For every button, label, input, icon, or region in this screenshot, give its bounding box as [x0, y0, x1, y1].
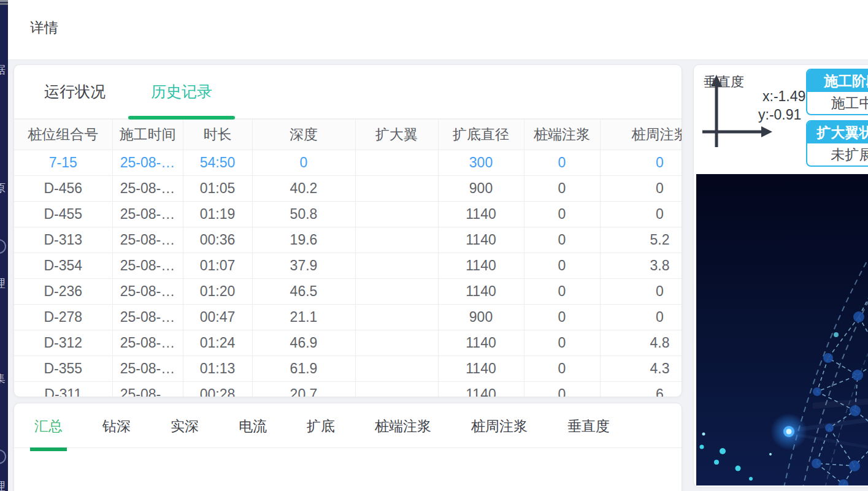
background-app-sidebar: 据 原 理 集 理: [0, 0, 8, 491]
table-cell: 0: [524, 381, 600, 397]
sidebar-menu-glyph: 原: [0, 182, 8, 194]
table-cell: 1140: [438, 356, 524, 381]
table-cell: 1140: [438, 330, 524, 356]
column-header: 桩端注浆: [524, 120, 600, 150]
tab-drill-depth[interactable]: 钻深: [98, 412, 135, 447]
table-cell: 0: [600, 304, 682, 330]
table-cell: 01:19: [183, 201, 252, 227]
wing-status-value: 未扩展: [807, 143, 868, 166]
table-row[interactable]: D-31125-08-…00:2820.7114006: [14, 381, 682, 397]
table-cell: D-456: [14, 175, 112, 201]
table-cell: 6: [600, 381, 682, 397]
table-cell: 01:24: [183, 330, 252, 356]
table-cell: 25-08-…: [112, 227, 183, 253]
table-cell: 4.8: [600, 330, 682, 356]
sidebar-menu-icon: [0, 239, 6, 254]
verticality-x-value: x:-1.49: [762, 88, 805, 105]
tab-current[interactable]: 电流: [234, 412, 271, 447]
table-cell: 1140: [438, 381, 524, 397]
table-cell: [355, 381, 438, 397]
chart-card: 汇总钻深实深电流扩底桩端注浆桩周注浆垂直度: [13, 403, 682, 491]
table-cell: 00:28: [183, 381, 252, 397]
dialog-title: 详情: [30, 18, 58, 37]
table-cell: 900: [438, 175, 524, 201]
table-row[interactable]: D-31325-08-…00:3619.6114005.2: [14, 227, 682, 253]
column-header: 桩周注浆: [600, 120, 682, 150]
table-cell: D-312: [14, 330, 112, 356]
table-cell: 0: [252, 150, 355, 175]
table-row[interactable]: 7-1525-08-…54:50030000: [14, 150, 682, 175]
table-cell: 0: [524, 201, 600, 227]
table-row[interactable]: D-31225-08-…01:2446.9114004.8: [14, 330, 682, 356]
table-cell: 25-08-…: [112, 330, 183, 356]
table-cell: 0: [600, 175, 682, 201]
dialog-header: 详情: [8, 0, 868, 59]
table-cell: 54:50: [183, 150, 252, 175]
table-cell: 00:47: [183, 304, 252, 330]
table-cell: [355, 356, 438, 381]
table-cell: 46.5: [252, 278, 355, 304]
table-cell: 50.8: [252, 201, 355, 227]
column-header: 桩位组合号: [14, 120, 112, 150]
history-card: 运行状况历史记录 桩位组合号施工时间时长深度扩大翼扩底直径桩端注浆桩周注浆 7-…: [13, 64, 682, 397]
table-cell: 21.1: [252, 304, 355, 330]
network-decoration: [696, 174, 868, 485]
table-cell: 1140: [438, 201, 524, 227]
main-tab-bar: 运行状况历史记录: [14, 65, 682, 120]
tab-bottom-expansion[interactable]: 扩底: [302, 412, 339, 447]
table-row[interactable]: D-45625-08-…01:0540.290000: [14, 175, 682, 201]
table-cell: [355, 150, 438, 175]
table-cell: 3.8: [600, 253, 682, 278]
table-cell: 0: [524, 356, 600, 381]
table-cell: 0: [524, 253, 600, 278]
table-cell: D-311: [14, 381, 112, 397]
table-cell: D-236: [14, 278, 112, 304]
table-cell: 900: [438, 304, 524, 330]
table-cell: 25-08-…: [112, 150, 183, 175]
tab-pile-end-grouting[interactable]: 桩端注浆: [371, 412, 436, 447]
table-cell: 0: [524, 227, 600, 253]
table-cell: 25-08-…: [112, 253, 183, 278]
table-cell: 0: [600, 278, 682, 304]
pile-visualization-panel: [696, 174, 868, 485]
table-cell: 25-08-…: [112, 356, 183, 381]
table-cell: 01:20: [183, 278, 252, 304]
wing-status-box: 扩大翼状态 未扩展: [806, 120, 868, 167]
column-header: 施工时间: [112, 120, 183, 150]
chart-tab-bar: 汇总钻深实深电流扩底桩端注浆桩周注浆垂直度: [14, 403, 682, 448]
table-row[interactable]: D-35525-08-…01:1361.9114004.3: [14, 356, 682, 381]
table-cell: 20.7: [252, 381, 355, 397]
verticality-card: 垂直度 x:-1.49 y:-0.91 施工阶段 施工中 扩大翼状态 未扩展: [693, 64, 868, 487]
verticality-y-value: y:-0.91: [758, 107, 801, 123]
table-cell: [355, 201, 438, 227]
table-cell: [355, 330, 438, 356]
construction-stage-box: 施工阶段 施工中: [806, 69, 868, 115]
tab-pile-side-grouting[interactable]: 桩周注浆: [467, 412, 532, 447]
table-cell: 25-08-…: [112, 381, 183, 397]
table-row[interactable]: D-23625-08-…01:2046.5114000: [14, 278, 682, 304]
tab-actual-depth[interactable]: 实深: [166, 412, 203, 447]
table-row[interactable]: D-35425-08-…01:0737.9114003.8: [14, 253, 682, 278]
table-cell: D-354: [14, 253, 112, 278]
construction-stage-value: 施工中: [807, 92, 868, 114]
table-cell: D-313: [14, 227, 112, 253]
verticality-title: 垂直度: [704, 73, 744, 91]
column-header: 深度: [252, 120, 355, 150]
tab-running-status[interactable]: 运行状况: [21, 65, 128, 118]
tab-summary[interactable]: 汇总: [30, 412, 67, 447]
column-header: 扩底直径: [438, 120, 524, 150]
table-cell: 5.2: [600, 227, 682, 253]
tab-history[interactable]: 历史记录: [128, 65, 235, 118]
table-cell: [355, 253, 438, 278]
table-cell: 46.9: [252, 330, 355, 356]
table-row[interactable]: D-45525-08-…01:1950.8114000: [14, 201, 682, 227]
table-cell: [355, 304, 438, 330]
table-cell: 01:13: [183, 356, 252, 381]
table-cell: 1140: [438, 227, 524, 253]
table-cell: 61.9: [252, 356, 355, 381]
table-cell: 0: [524, 330, 600, 356]
table-row[interactable]: D-27825-08-…00:4721.190000: [14, 304, 682, 330]
table-cell: 25-08-…: [112, 278, 183, 304]
sidebar-menu-glyph: 据: [0, 64, 8, 76]
tab-verticality[interactable]: 垂直度: [563, 412, 614, 447]
